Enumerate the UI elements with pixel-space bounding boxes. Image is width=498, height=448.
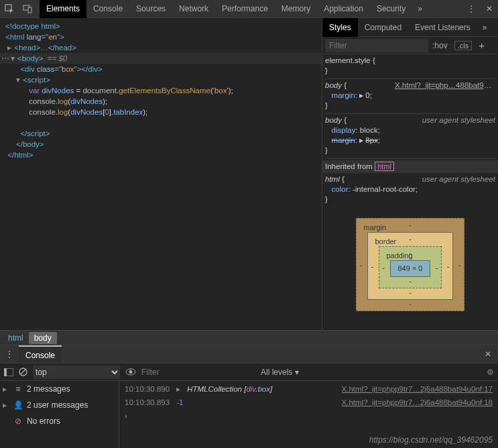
clear-console-icon[interactable] — [19, 368, 27, 376]
console-message[interactable]: 10:10:30.893 -1 X.html?_ijt=phpp9tr7…2j6… — [125, 396, 493, 409]
console-sidebar: ▸≡2 messages ▸👤2 user messages ⊘No error… — [0, 381, 119, 448]
breadcrumb-html[interactable]: html — [3, 332, 29, 344]
hov-toggle[interactable]: :hov — [428, 41, 452, 50]
console-filter-input[interactable] — [141, 368, 255, 377]
cls-toggle[interactable]: .cls — [454, 41, 473, 50]
svg-line-6 — [21, 370, 25, 374]
kebab-menu-icon[interactable]: ⋮ — [462, 0, 480, 18]
close-drawer-icon[interactable]: ✕ — [478, 349, 498, 359]
tab-console[interactable]: Console — [86, 0, 129, 18]
console-prompt-icon[interactable]: › — [125, 409, 127, 423]
user-agent-label: user agent stylesheet — [422, 174, 495, 184]
tab-sources[interactable]: Sources — [129, 0, 172, 18]
sidebar-user-messages[interactable]: ▸👤2 user messages — [0, 397, 119, 413]
more-subtabs-icon[interactable]: » — [477, 23, 493, 32]
tab-elements[interactable]: Elements — [40, 0, 86, 18]
inherited-from-row: Inherited from html — [322, 160, 498, 173]
watermark: https://blog.csdn.net/qq_39462095 — [369, 433, 493, 447]
tab-performance[interactable]: Performance — [215, 0, 275, 18]
drawer-tab-console[interactable]: Console — [19, 345, 62, 363]
log-levels-dropdown[interactable]: All levels ▾ — [261, 368, 299, 377]
subtab-styles[interactable]: Styles — [322, 18, 358, 37]
device-toggle-icon[interactable] — [18, 0, 36, 18]
console-message[interactable]: 10:10:30.890 ▸ HTMLCollection [div.box] … — [125, 382, 493, 396]
user-agent-label: user agent stylesheet — [422, 115, 495, 125]
close-devtools-icon[interactable]: ✕ — [480, 0, 498, 18]
more-tabs-icon[interactable]: » — [412, 4, 428, 13]
console-settings-icon[interactable]: ⚙ — [487, 368, 494, 377]
styles-panel: Styles Computed Event Listeners » :hov .… — [322, 18, 498, 330]
devtools-top-tabs: Elements Console Sources Network Perform… — [0, 0, 498, 18]
selected-body-node[interactable]: ⋯▾<body> == $0 — [0, 53, 322, 64]
console-toolbar: top All levels ▾ ⚙ — [0, 363, 498, 381]
svg-point-8 — [129, 370, 133, 374]
live-expression-icon[interactable] — [125, 368, 136, 376]
source-link[interactable]: X.html?_ijt=php…488bat94u0nf:7 — [395, 80, 495, 91]
inspect-element-icon[interactable] — [0, 0, 18, 18]
svg-rect-2 — [28, 7, 32, 13]
source-link[interactable]: X.html?_ijt=phpp9tr7…2j6a488bat94u0nf:17 — [342, 382, 493, 396]
new-style-rule-icon[interactable]: + — [475, 40, 489, 51]
sidebar-toggle-icon[interactable] — [4, 368, 13, 376]
subtab-event-listeners[interactable]: Event Listeners — [408, 18, 477, 37]
drawer-tabs: ⋮ Console ✕ — [0, 345, 498, 363]
elements-breadcrumb: html body — [0, 330, 498, 345]
sidebar-no-errors[interactable]: ⊘No errors — [0, 413, 119, 429]
elements-tree[interactable]: <!doctype html> <html lang="en"> ▸<head>… — [0, 18, 322, 330]
doctype-node[interactable]: <!doctype html> — [5, 22, 60, 30]
console-body: ▸≡2 messages ▸👤2 user messages ⊘No error… — [0, 381, 498, 448]
box-model-content: 849 × 0 — [390, 260, 430, 277]
styles-filter-input[interactable] — [325, 39, 428, 52]
tab-security[interactable]: Security — [370, 0, 412, 18]
tab-network[interactable]: Network — [172, 0, 215, 18]
tab-memory[interactable]: Memory — [275, 0, 317, 18]
box-model-diagram[interactable]: margin ---- border ---- padding ---- 849… — [325, 209, 495, 318]
tab-application[interactable]: Application — [317, 0, 370, 18]
subtab-computed[interactable]: Computed — [358, 18, 408, 37]
context-selector[interactable]: top — [33, 366, 120, 379]
source-link[interactable]: X.html?_ijt=phpp9tr7…2j6a488bat94u0nf:18 — [342, 396, 493, 409]
drawer-menu-icon[interactable]: ⋮ — [0, 349, 19, 359]
sidebar-messages[interactable]: ▸≡2 messages — [0, 381, 119, 397]
svg-rect-4 — [4, 368, 7, 376]
breadcrumb-body[interactable]: body — [29, 332, 57, 344]
console-messages[interactable]: 10:10:30.890 ▸ HTMLCollection [div.box] … — [119, 381, 498, 448]
